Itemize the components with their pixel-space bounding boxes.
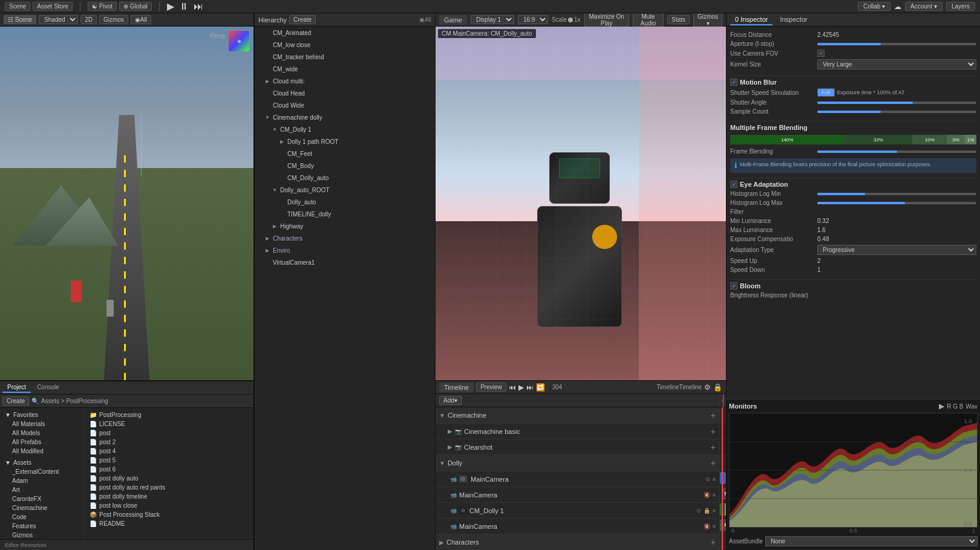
hier-highway[interactable]: ▶ Highway (255, 220, 435, 232)
tl-play[interactable]: ▶ (518, 383, 524, 392)
sidebar-favorites[interactable]: ▼ Favorites (2, 410, 82, 419)
track-settings-1[interactable]: ≡ (713, 476, 716, 482)
hier-cloud-wide[interactable]: Cloud Wide (255, 99, 435, 111)
tl-lock[interactable]: 🔒 (713, 383, 722, 392)
external-content[interactable]: _ExternalContent (10, 467, 82, 476)
tl-loop[interactable]: 🔁 (536, 383, 545, 392)
layers-button[interactable]: Layers (946, 2, 975, 11)
account-button[interactable]: Account ▾ (905, 2, 942, 11)
preview-btn[interactable]: Preview (476, 383, 506, 392)
sub-track-cine-basic[interactable]: ▶ 📷 Cinemachine basic + (436, 423, 719, 439)
scene-tab[interactable]: Scene (5, 2, 30, 11)
tl-skip-start[interactable]: ⏮ (509, 383, 516, 392)
camera-fov-checkbox[interactable]: ✓ (817, 50, 825, 57)
assets-root[interactable]: ▼ Assets (2, 458, 82, 467)
hier-cm-low-close[interactable]: CM_low close (255, 39, 435, 51)
cinemachine-folder[interactable]: Cinemachine (10, 503, 82, 513)
sub-track-main-cam-2[interactable]: 📹 MainCamera 🔇 ≡ (436, 487, 719, 502)
global-btn[interactable]: ⊕ Global (119, 2, 152, 11)
project-tab[interactable]: Project (2, 383, 31, 393)
carontefx-folder[interactable]: CaronteFX (10, 494, 82, 503)
pivot-btn[interactable]: ☯ Pivot (88, 2, 117, 11)
tl-skip-end[interactable]: ⏭ (526, 383, 534, 392)
eye-adapt-checkbox[interactable]: ✓ (730, 181, 737, 188)
hier-enviro[interactable]: ▶ Enviro (255, 244, 435, 256)
hier-cm-tracker[interactable]: CM_tracker behind (255, 51, 435, 63)
all-materials[interactable]: All Materials (10, 419, 82, 429)
file-postprocessing[interactable]: 📁 PostProcessing (87, 410, 251, 419)
scene-content[interactable]: ⊕ Persp (0, 27, 253, 380)
game-content[interactable]: CM MainCamera: CM_Dolly_auto (436, 27, 726, 380)
all-prefabs[interactable]: All Prefabs (10, 438, 82, 447)
file-license[interactable]: 📄 LICENSE (87, 419, 251, 429)
file-post6[interactable]: 📄 post 6 (87, 465, 251, 474)
bloom-checkbox[interactable]: ✓ (730, 282, 737, 290)
file-readme[interactable]: 📄 README (87, 519, 251, 528)
step-button[interactable]: ⏭ (194, 1, 203, 12)
file-post-dolly-timeline[interactable]: 📄 post dolly timeline (87, 492, 251, 501)
add-track-icon[interactable]: + (711, 410, 716, 420)
track-settings-3[interactable]: ≡ (713, 508, 716, 514)
track-settings-4[interactable]: ≡ (713, 523, 716, 529)
tl-add-btn[interactable]: Add▾ (439, 396, 462, 405)
art-folder[interactable]: Art (10, 485, 82, 494)
file-post-dolly-auto[interactable]: 📄 post dolly auto (87, 474, 251, 483)
mute-audio-btn[interactable]: Mute Audio (633, 13, 664, 28)
scene-tab-btn[interactable]: ☷ Scene (4, 15, 36, 24)
asset-bundle-select[interactable]: None (765, 536, 978, 546)
add-track-icon[interactable]: + (711, 537, 716, 547)
hier-virtual-camera[interactable]: VirtualCamera1 (255, 256, 435, 268)
hier-dolly-path-root[interactable]: ▶ Dolly 1 path ROOT (255, 135, 435, 147)
kernel-size-select[interactable]: Very Large (817, 59, 976, 70)
collab-button[interactable]: Collab ▾ (858, 2, 890, 11)
hier-characters[interactable]: ▶ Characters (255, 232, 435, 244)
sub-track-main-cam-1[interactable]: 📹 ⊙ MainCamera ⊙ ≡ (436, 471, 719, 487)
aperture-slider[interactable] (817, 43, 976, 45)
file-post5[interactable]: 📄 post 5 (87, 456, 251, 465)
asset-store-tab[interactable]: Asset Store (33, 2, 73, 11)
inspector-tab-0[interactable]: 0 Inspector (730, 15, 773, 25)
all-btn[interactable]: ◉All (131, 15, 151, 24)
file-post[interactable]: 📄 post (87, 429, 251, 438)
pause-button[interactable]: ⏸ (179, 1, 189, 12)
gizmos-folder[interactable]: Gizmos (10, 531, 82, 539)
add-track-icon[interactable]: + (711, 427, 716, 436)
full-btn[interactable]: Full (817, 88, 835, 97)
track-dolly-header[interactable]: ▼ Dolly + (436, 455, 719, 471)
all-models[interactable]: All Models (10, 429, 82, 438)
sub-track-main-cam-3[interactable]: 📹 MainCamera 🔇 ≡ (436, 518, 719, 534)
hier-cloud-multi[interactable]: ▶ Cloud multi: (255, 75, 435, 87)
track-characters-header[interactable]: ▶ Characters + (436, 534, 719, 550)
shutter-angle-slider[interactable] (817, 102, 976, 104)
hier-cm-body[interactable]: CM_Body (255, 160, 435, 172)
add-track-icon[interactable]: + (711, 442, 716, 452)
frame-blending-slider[interactable] (817, 150, 976, 153)
hier-cloud-head[interactable]: Cloud Head (255, 87, 435, 99)
hier-cm-animated[interactable]: CM_Animated (255, 27, 435, 39)
file-post4[interactable]: 📄 post 4 (87, 447, 251, 456)
timeline-clips[interactable]: Muted CM_Feet Muted (720, 407, 726, 550)
file-post-low-close[interactable]: 📄 post low close (87, 501, 251, 510)
adam-folder[interactable]: Adam (10, 476, 82, 485)
hist-min-slider[interactable] (817, 193, 976, 195)
monitors-play-btn[interactable]: ▶ (939, 402, 944, 410)
sample-count-slider[interactable] (817, 111, 976, 113)
sub-track-clearshot[interactable]: ▶ 📷 Clearshot + (436, 439, 719, 455)
code-folder[interactable]: Code (10, 513, 82, 522)
ratio-select[interactable]: 16:9 (518, 15, 548, 24)
display-select[interactable]: Display 1 (471, 15, 514, 24)
file-post-processing-stack[interactable]: 📦 Post Processing Stack (87, 510, 251, 519)
hier-timeline-dolly[interactable]: TIMELINE_dolly (255, 208, 435, 220)
file-post-dolly-auto-red[interactable]: 📄 post dolly auto red pants (87, 483, 251, 492)
hier-cine-dolly[interactable]: ▼ Cinemachine dolly (255, 111, 435, 123)
hier-dolly-auto-root[interactable]: ▼ Dolly_auto_ROOT (255, 184, 435, 196)
play-button[interactable]: ▶ (167, 1, 174, 12)
hier-cm-dolly-1[interactable]: ▼ CM_Dolly 1 (255, 123, 435, 135)
hier-cm-dolly-auto[interactable]: CM_Dolly_auto (255, 172, 435, 184)
add-track-icon[interactable]: + (711, 458, 716, 468)
adapt-type-select[interactable]: Progressive (817, 245, 976, 255)
tl-settings[interactable]: ⚙ (704, 383, 711, 392)
sub-track-cm-dolly[interactable]: 📹 ⊙ CM_Dolly 1 ⊙ 🔒 ≡ (436, 502, 719, 518)
hier-cm-feet[interactable]: CM_Feet (255, 147, 435, 160)
track-settings-2[interactable]: ≡ (713, 492, 716, 498)
